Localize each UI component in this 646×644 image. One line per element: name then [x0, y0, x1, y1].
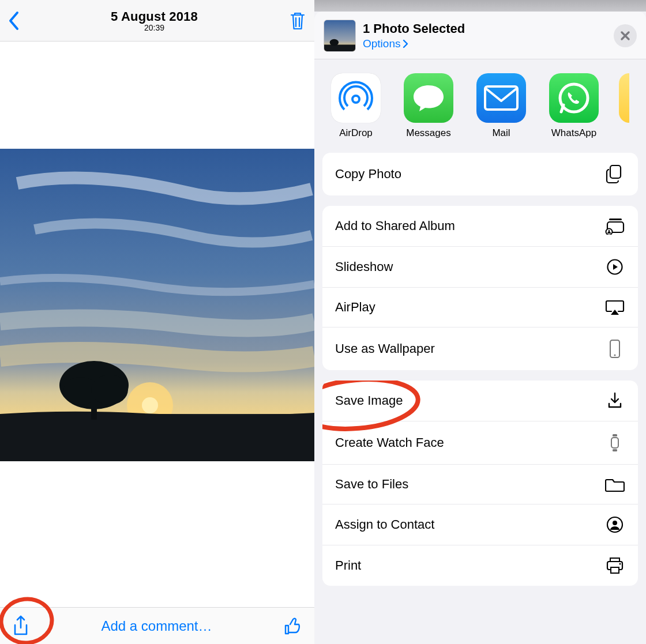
svg-point-19: [609, 230, 610, 232]
action-create-watch-face[interactable]: Create Watch Face: [322, 421, 638, 465]
close-button[interactable]: [614, 24, 637, 47]
app-share-row[interactable]: AirDrop Messages Mail: [314, 59, 646, 153]
action-slideshow[interactable]: Slideshow: [322, 247, 638, 288]
action-label: Save Image: [335, 393, 403, 408]
phone-icon: [604, 339, 625, 359]
share-app-mail[interactable]: Mail: [474, 73, 529, 139]
svg-point-7: [91, 375, 128, 405]
app-label: Mail: [492, 127, 510, 139]
svg-point-28: [613, 521, 617, 525]
action-print[interactable]: Print: [322, 545, 638, 586]
action-copy-photo[interactable]: Copy Photo: [322, 153, 638, 195]
shared-album-icon: [604, 217, 625, 235]
svg-point-22: [614, 355, 616, 356]
thumbs-up-icon: [283, 616, 303, 636]
back-button[interactable]: [8, 11, 25, 31]
share-app-airdrop[interactable]: AirDrop: [328, 73, 384, 139]
svg-rect-31: [611, 567, 619, 573]
svg-rect-15: [610, 165, 621, 178]
action-group-2: Add to Shared Album Slideshow: [322, 206, 638, 370]
svg-rect-25: [613, 434, 617, 436]
watch-icon: [604, 433, 625, 453]
airplay-icon: [604, 299, 625, 315]
folder-icon: [604, 476, 625, 492]
action-group-3: Save Image Create Watch Face: [322, 381, 638, 586]
action-assign-contact[interactable]: Assign to Contact: [322, 504, 638, 545]
action-wallpaper[interactable]: Use as Wallpaper: [322, 327, 638, 370]
action-airplay[interactable]: AirPlay: [322, 288, 638, 327]
share-button[interactable]: [12, 615, 30, 638]
selection-thumbnail: [324, 20, 356, 52]
svg-point-11: [330, 39, 339, 46]
download-icon: [604, 392, 625, 409]
photo-viewer-panel: 5 August 2018 20:39: [0, 0, 314, 644]
share-app-whatsapp[interactable]: WhatsApp: [546, 73, 602, 139]
play-circle-icon: [604, 258, 625, 276]
chevron-right-icon: [403, 39, 408, 48]
chevron-left-icon: [8, 11, 20, 31]
share-sheet-panel: 1 Photo Selected Options: [314, 0, 646, 644]
delete-button[interactable]: [283, 10, 306, 31]
add-comment-link[interactable]: Add a comment…: [101, 618, 212, 634]
mail-icon: [476, 73, 526, 123]
copy-icon: [604, 164, 625, 184]
messages-icon: [404, 73, 453, 123]
whatsapp-icon: [549, 73, 599, 123]
notes-icon: [619, 73, 629, 123]
svg-rect-16: [609, 219, 622, 220]
action-label: Print: [335, 558, 361, 573]
photo-image: [0, 149, 314, 461]
photo-area[interactable]: [0, 42, 314, 607]
app-label: AirDrop: [339, 127, 373, 139]
svg-rect-13: [485, 86, 517, 110]
photo-header: 5 August 2018 20:39: [0, 0, 314, 42]
svg-rect-10: [324, 44, 355, 51]
app-label: Messages: [406, 127, 450, 139]
airdrop-icon: [331, 73, 381, 123]
contact-icon: [604, 516, 625, 533]
action-label: Assign to Contact: [335, 517, 434, 532]
action-label: Add to Shared Album: [335, 219, 455, 234]
photo-time: 20:39: [25, 23, 283, 32]
share-sheet: 1 Photo Selected Options: [314, 12, 646, 644]
svg-point-2: [142, 397, 158, 413]
trash-icon: [289, 10, 306, 31]
backdrop: [314, 0, 646, 12]
svg-point-32: [619, 563, 621, 565]
printer-icon: [604, 557, 625, 574]
share-icon: [12, 615, 30, 638]
svg-point-14: [560, 84, 588, 112]
share-app-notes[interactable]: [619, 73, 629, 139]
svg-rect-24: [611, 438, 618, 448]
action-label: Save to Files: [335, 477, 408, 492]
share-sheet-header: 1 Photo Selected Options: [314, 12, 646, 59]
like-button[interactable]: [283, 616, 303, 636]
action-save-image[interactable]: Save Image: [322, 381, 638, 421]
action-label: Copy Photo: [335, 167, 401, 182]
svg-rect-26: [613, 449, 617, 451]
action-group-1: Copy Photo: [322, 153, 638, 195]
photo-date: 5 August 2018: [25, 9, 283, 24]
close-icon: [620, 31, 630, 41]
action-label: Create Watch Face: [335, 435, 444, 450]
action-label: AirPlay: [335, 300, 375, 315]
action-label: Use as Wallpaper: [335, 341, 435, 356]
options-label: Options: [363, 37, 400, 50]
action-add-shared-album[interactable]: Add to Shared Album: [322, 206, 638, 247]
photo-footer: Add a comment…: [0, 607, 314, 644]
action-label: Slideshow: [335, 259, 393, 274]
options-link[interactable]: Options: [363, 37, 408, 50]
app-label: WhatsApp: [551, 127, 596, 139]
svg-point-12: [352, 96, 359, 103]
action-save-to-files[interactable]: Save to Files: [322, 465, 638, 504]
share-sheet-title: 1 Photo Selected: [363, 21, 614, 36]
share-app-messages[interactable]: Messages: [401, 73, 456, 139]
